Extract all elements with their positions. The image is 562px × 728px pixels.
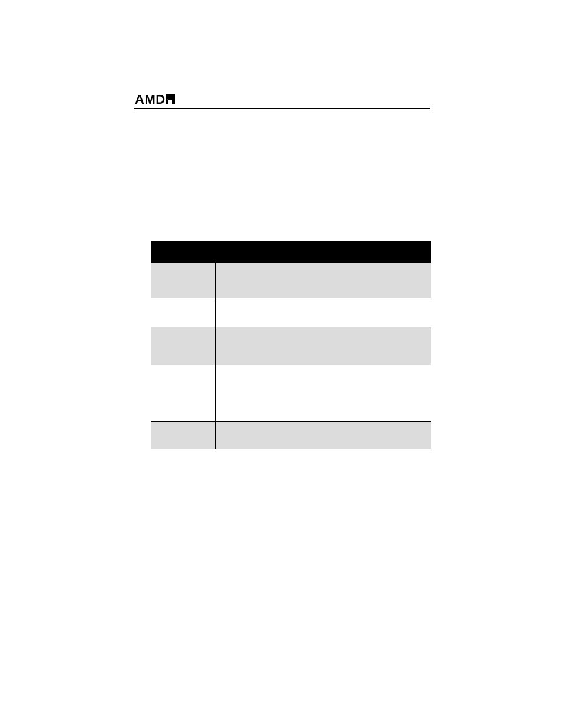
- table-body: [151, 241, 431, 449]
- table-row: [151, 263, 431, 298]
- table-cell-a: [151, 327, 215, 365]
- table-cell-b: [215, 327, 431, 365]
- table-header-row: [151, 241, 431, 263]
- page-root: AMD: [0, 0, 562, 728]
- table-cell-b: [215, 263, 431, 298]
- table-header-cell-a: [151, 241, 215, 263]
- table-row: [151, 327, 431, 365]
- amd-logo-text: AMD: [135, 92, 166, 107]
- table-header-cell-b: [215, 241, 431, 263]
- table-cell-a: [151, 298, 215, 327]
- table-cell-b: [215, 298, 431, 327]
- table-cell-b: [215, 365, 431, 422]
- table-row: [151, 365, 431, 422]
- table-cell-b: [215, 422, 431, 449]
- table-cell-a: [151, 263, 215, 298]
- page-header: AMD: [135, 92, 429, 108]
- data-table: [151, 241, 431, 449]
- amd-arrow-icon: [166, 94, 175, 104]
- header-rule: [134, 108, 430, 109]
- table-cell-a: [151, 365, 215, 422]
- table-row: [151, 422, 431, 449]
- table-row: [151, 298, 431, 327]
- table-cell-a: [151, 422, 215, 449]
- amd-logo: AMD: [135, 92, 175, 107]
